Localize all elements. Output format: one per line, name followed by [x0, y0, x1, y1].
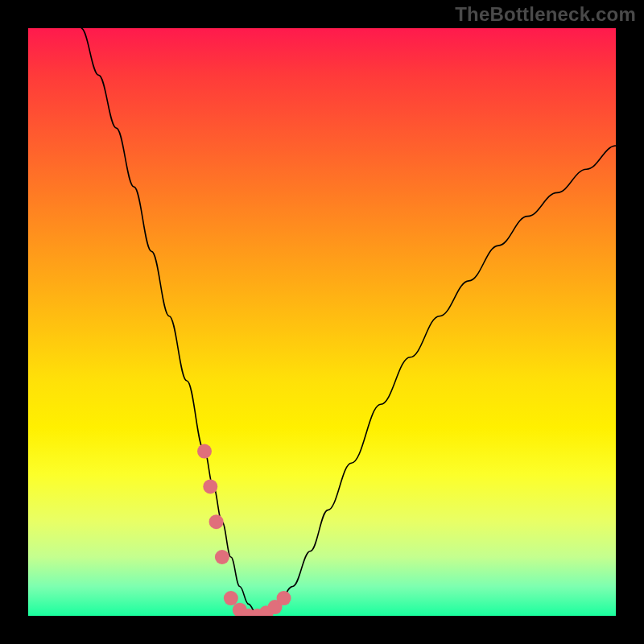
watermark-text: TheBottleneck.com: [455, 3, 636, 26]
marker-dot: [224, 591, 238, 605]
chart-frame: TheBottleneck.com: [0, 0, 644, 644]
marker-dot: [277, 591, 291, 605]
plot-area: [28, 28, 616, 616]
bottleneck-curve: [81, 28, 616, 616]
marker-dot: [209, 514, 224, 529]
curve-layer: [28, 28, 616, 616]
marker-dot: [197, 444, 212, 459]
marker-group: [197, 444, 291, 616]
marker-dot: [215, 550, 229, 564]
marker-dot: [203, 479, 217, 493]
